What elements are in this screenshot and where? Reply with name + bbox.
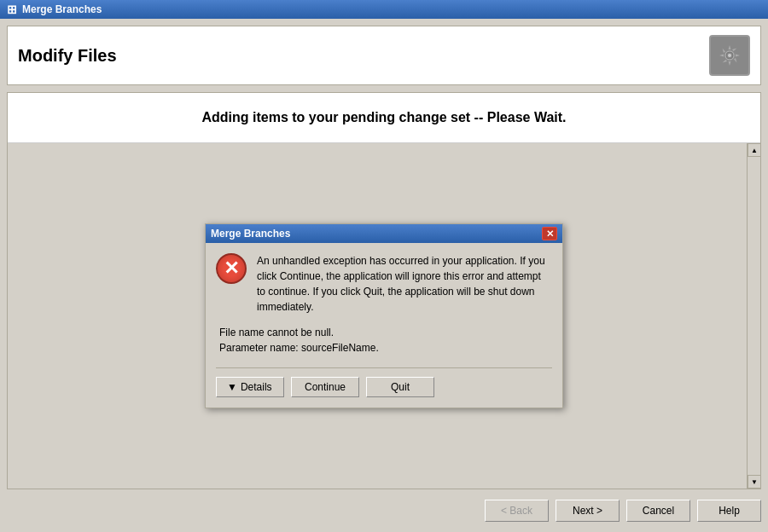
continue-button[interactable]: Continue xyxy=(291,377,359,397)
header-section: Modify Files xyxy=(7,26,761,85)
title-bar: ⊞ Merge Branches xyxy=(0,0,768,19)
scroll-thumb[interactable] xyxy=(748,157,760,475)
log-area: Merge Branches ✕ ✕ An unhandled exceptio… xyxy=(8,143,760,489)
scroll-down-button[interactable]: ▼ xyxy=(748,475,760,489)
gear-icon xyxy=(709,35,750,76)
details-button[interactable]: ▼ Details xyxy=(216,377,284,397)
progress-message: Adding items to your pending change set … xyxy=(8,93,760,143)
content-area: Adding items to your pending change set … xyxy=(7,92,761,489)
back-button[interactable]: < Back xyxy=(485,500,549,522)
dialog-body: ✕ An unhandled exception has occurred in… xyxy=(206,243,562,408)
window-title: Merge Branches xyxy=(22,3,102,15)
scrollbar[interactable]: ▲ ▼ xyxy=(747,143,760,489)
detail-line1: File name cannot be null. xyxy=(219,327,334,338)
page-title: Modify Files xyxy=(18,46,117,66)
details-arrow: ▼ xyxy=(227,381,237,393)
detail-line2: Parameter name: sourceFileName. xyxy=(219,342,379,354)
quit-button[interactable]: Quit xyxy=(366,377,434,397)
dialog-message-row: ✕ An unhandled exception has occurred in… xyxy=(216,253,552,315)
progress-text: Adding items to your pending change set … xyxy=(201,110,566,124)
dialog-button-row: ▼ Details Continue Quit xyxy=(216,367,552,397)
footer-button-row: < Back Next > Cancel Help xyxy=(7,496,761,525)
dialog-overlay: Merge Branches ✕ ✕ An unhandled exceptio… xyxy=(8,143,760,489)
dialog-main-text: An unhandled exception has occurred in y… xyxy=(257,253,552,315)
dialog-close-button[interactable]: ✕ xyxy=(542,227,557,240)
dialog-titlebar: Merge Branches ✕ xyxy=(206,224,562,243)
main-container: Modify Files Adding items to your pendin… xyxy=(0,19,768,532)
error-dialog: Merge Branches ✕ ✕ An unhandled exceptio… xyxy=(205,223,563,408)
error-icon: ✕ xyxy=(216,253,247,284)
svg-point-2 xyxy=(728,54,731,57)
help-button[interactable]: Help xyxy=(697,500,761,522)
dialog-title: Merge Branches xyxy=(211,228,290,240)
details-label: Details xyxy=(241,381,272,393)
dialog-detail-text: File name cannot be null. Parameter name… xyxy=(219,325,552,356)
title-bar-icon: ⊞ xyxy=(7,3,17,16)
scroll-up-button[interactable]: ▲ xyxy=(748,143,760,157)
cancel-button[interactable]: Cancel xyxy=(626,500,690,522)
next-button[interactable]: Next > xyxy=(556,500,620,522)
